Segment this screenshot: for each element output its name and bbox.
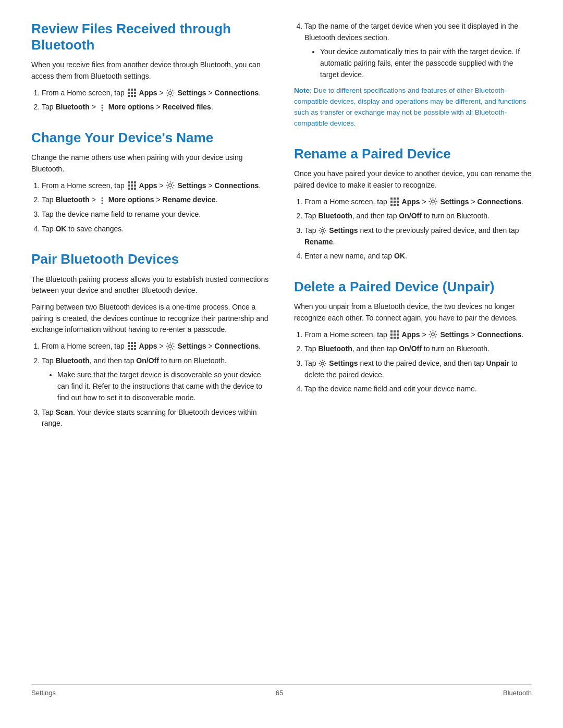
svg-rect-30 — [131, 345, 133, 347]
gear-icon-rename — [319, 227, 326, 235]
svg-rect-8 — [134, 95, 136, 97]
pair-step2-bullets: Make sure that the target device is disc… — [47, 369, 269, 403]
svg-rect-54 — [394, 337, 396, 339]
delete-paired-heading: Delete a Paired Device (Unpair) — [294, 279, 532, 295]
svg-rect-33 — [131, 348, 133, 350]
section-review-files: Review Files Received through Bluetooth … — [31, 21, 269, 113]
svg-point-24 — [101, 200, 103, 201]
svg-point-22 — [169, 184, 172, 187]
apps-icon-4 — [390, 197, 399, 206]
svg-rect-26 — [128, 342, 130, 344]
pair-devices-heading: Pair Bluetooth Devices — [31, 251, 269, 267]
pair-step2: Tap Bluetooth, and then tap On/Off to tu… — [42, 355, 269, 404]
svg-rect-13 — [128, 181, 130, 183]
svg-rect-0 — [128, 89, 130, 91]
rename-step4: Enter a new name, and tap OK. — [304, 251, 532, 262]
svg-point-45 — [432, 200, 435, 203]
svg-rect-20 — [131, 188, 133, 190]
review-files-heading: Review Files Received through Bluetooth — [31, 21, 269, 53]
svg-rect-38 — [397, 198, 399, 200]
settings-icon-3 — [166, 342, 175, 351]
page-footer: Settings 65 Bluetooth — [31, 684, 532, 697]
svg-rect-32 — [128, 348, 130, 350]
svg-rect-18 — [134, 184, 136, 187]
svg-point-35 — [169, 345, 172, 348]
change-name-intro: Change the name others use when pairing … — [31, 152, 269, 175]
svg-rect-7 — [131, 95, 133, 97]
settings-icon-2 — [166, 181, 175, 190]
svg-rect-1 — [131, 89, 133, 91]
svg-rect-37 — [394, 198, 396, 200]
apps-icon — [127, 88, 137, 97]
svg-rect-31 — [134, 345, 136, 347]
page: Review Files Received through Bluetooth … — [0, 0, 563, 728]
svg-rect-2 — [134, 89, 136, 91]
svg-rect-39 — [390, 201, 393, 203]
section-rename-paired: Rename a Paired Device Once you have pai… — [294, 146, 532, 262]
more-options-icon-2 — [99, 196, 106, 204]
apps-icon-2 — [127, 181, 137, 190]
pair-devices-intro1: The Bluetooth pairing process allows you… — [31, 274, 269, 297]
change-name-step4: Tap OK to save changes. — [42, 224, 269, 235]
svg-rect-40 — [394, 201, 396, 203]
svg-rect-17 — [131, 184, 133, 187]
pair-step4: Tap the name of the target device when y… — [304, 21, 532, 80]
svg-rect-28 — [134, 342, 136, 344]
svg-point-11 — [101, 107, 103, 108]
change-name-heading: Change Your Device's Name — [31, 130, 269, 146]
left-column: Review Files Received through Bluetooth … — [31, 21, 269, 672]
review-files-intro: When you receive files from another devi… — [31, 59, 269, 82]
settings-icon-4 — [429, 197, 437, 206]
footer-right: Bluetooth — [503, 689, 532, 697]
settings-icon — [166, 89, 175, 97]
review-files-step1: From a Home screen, tap — [42, 88, 269, 99]
svg-rect-50 — [390, 334, 393, 336]
change-name-steps: From a Home screen, tap — [31, 180, 269, 235]
svg-rect-47 — [390, 330, 393, 332]
svg-rect-29 — [128, 345, 130, 347]
review-files-steps: From a Home screen, tap — [31, 88, 269, 113]
svg-point-10 — [101, 104, 103, 106]
delete-step3: Tap Settings next to the paired device, … — [304, 358, 532, 380]
rename-paired-heading: Rename a Paired Device — [294, 146, 532, 162]
svg-point-9 — [169, 91, 172, 94]
pair-devices-steps: From a Home screen, tap — [31, 341, 269, 429]
svg-rect-48 — [394, 330, 396, 332]
rename-paired-steps: From a Home screen, tap — [294, 196, 532, 262]
footer-page-number: 65 — [276, 689, 283, 697]
svg-rect-3 — [128, 92, 130, 94]
change-name-step3: Tap the device name field to rename your… — [42, 209, 269, 220]
svg-rect-51 — [394, 334, 396, 336]
svg-rect-34 — [134, 348, 136, 350]
delete-step1: From a Home screen, tap — [304, 329, 532, 341]
rename-step1: From a Home screen, tap — [304, 196, 532, 208]
section-change-name: Change Your Device's Name Change the nam… — [31, 130, 269, 235]
svg-rect-55 — [397, 337, 399, 339]
pair-step4-bullet1: Your device automatically tries to pair … — [320, 46, 532, 80]
change-name-step2: Tap Bluetooth > More options > Rename de… — [42, 194, 269, 206]
section-pair-continued: Tap the name of the target device when y… — [294, 21, 532, 129]
svg-point-57 — [321, 362, 324, 365]
svg-rect-41 — [397, 201, 399, 203]
pair-devices-intro2: Pairing between two Bluetooth devices is… — [31, 302, 269, 336]
change-name-step1: From a Home screen, tap — [42, 180, 269, 192]
svg-rect-14 — [131, 181, 133, 183]
rename-step2: Tap Bluetooth, and then tap On/Off to tu… — [304, 211, 532, 222]
delete-paired-steps: From a Home screen, tap — [294, 329, 532, 395]
apps-icon-3 — [127, 341, 137, 351]
pair-steps-continued: Tap the name of the target device when y… — [294, 21, 532, 80]
svg-rect-49 — [397, 330, 399, 332]
svg-point-23 — [101, 197, 103, 199]
svg-rect-43 — [394, 204, 396, 206]
pair-step1: From a Home screen, tap — [42, 341, 269, 352]
svg-rect-16 — [128, 184, 130, 187]
svg-rect-53 — [390, 337, 393, 339]
section-delete-paired: Delete a Paired Device (Unpair) When you… — [294, 279, 532, 395]
pair-step4-bullets: Your device automatically tries to pair … — [310, 46, 532, 80]
delete-step2: Tap Bluetooth, and then tap On/Off to tu… — [304, 343, 532, 355]
rename-paired-intro: Once you have paired your device to anot… — [294, 168, 532, 191]
svg-rect-36 — [390, 198, 393, 200]
svg-rect-19 — [128, 188, 130, 190]
more-options-icon — [99, 104, 106, 111]
svg-rect-27 — [131, 342, 133, 344]
